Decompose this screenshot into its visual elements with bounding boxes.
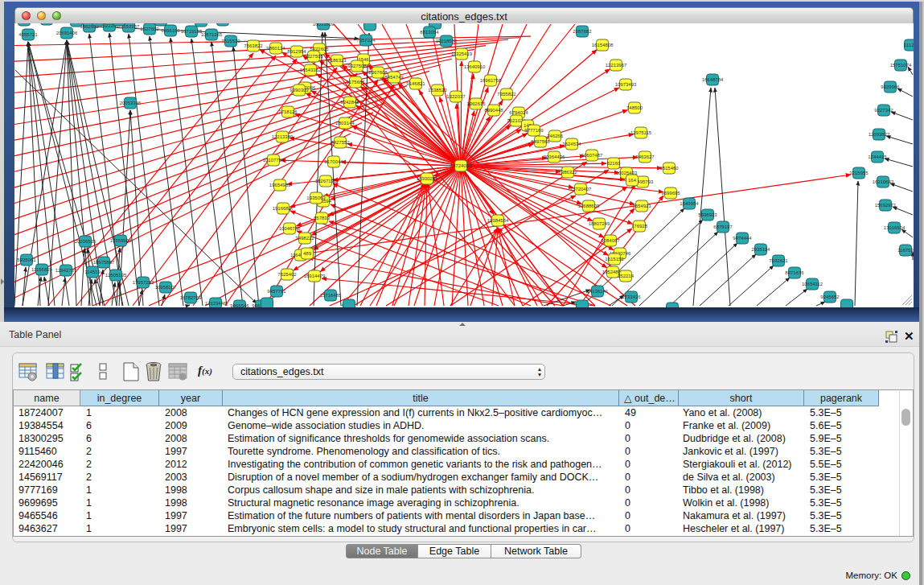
- svg-text:10046788: 10046788: [279, 226, 301, 231]
- svg-text:2087682: 2087682: [573, 29, 592, 34]
- svg-text:9327508: 9327508: [347, 64, 367, 68]
- svg-text:16782759: 16782759: [180, 295, 202, 300]
- svg-text:6794024: 6794024: [509, 110, 528, 115]
- svg-text:12213967: 12213967: [606, 63, 627, 68]
- svg-text:10688609: 10688609: [578, 204, 600, 208]
- svg-text:16033809: 16033809: [313, 23, 335, 27]
- svg-text:489: 489: [303, 251, 312, 256]
- svg-text:6466160: 6466160: [161, 28, 180, 33]
- svg-text:10654112: 10654112: [802, 282, 823, 286]
- svg-text:7355822: 7355822: [497, 92, 516, 97]
- svg-text:3498222: 3498222: [295, 236, 314, 241]
- svg-text:9699695: 9699695: [661, 191, 680, 196]
- svg-text:8813054: 8813054: [420, 30, 439, 35]
- svg-text:19218506: 19218506: [436, 39, 458, 43]
- svg-text:20053346: 20053346: [120, 101, 142, 105]
- svg-text:10607487: 10607487: [581, 153, 603, 158]
- svg-text:114519: 114519: [84, 270, 101, 274]
- svg-text:2935114: 2935114: [752, 247, 771, 252]
- svg-text:9242848: 9242848: [340, 100, 359, 105]
- svg-text:9463627: 9463627: [635, 154, 655, 159]
- svg-text:16961758: 16961758: [480, 78, 502, 83]
- svg-text:7515520: 7515520: [221, 39, 240, 43]
- svg-text:17359934: 17359934: [110, 238, 132, 243]
- svg-text:1640954: 1640954: [680, 201, 699, 206]
- svg-text:18807249: 18807249: [589, 221, 610, 226]
- svg-text:15720407: 15720407: [570, 187, 592, 192]
- svg-text:14136141: 14136141: [587, 289, 609, 294]
- svg-text:9227342: 9227342: [874, 108, 893, 113]
- svg-text:7632621: 7632621: [769, 258, 788, 263]
- svg-text:5935061: 5935061: [17, 257, 36, 262]
- svg-text:9170044: 9170044: [324, 159, 343, 164]
- svg-text:1244415: 1244415: [868, 154, 887, 159]
- svg-text:6879197: 6879197: [713, 225, 733, 229]
- svg-text:18300295: 18300295: [417, 176, 438, 181]
- svg-text:164: 164: [628, 178, 637, 183]
- svg-text:10671355: 10671355: [201, 32, 223, 37]
- svg-text:15692971: 15692971: [875, 203, 897, 208]
- svg-text:19166827: 19166827: [273, 206, 294, 211]
- svg-text:7357224: 7357224: [356, 38, 376, 43]
- svg-text:6497568: 6497568: [531, 139, 550, 144]
- svg-text:62160: 62160: [607, 161, 621, 166]
- svg-text:176928: 176928: [631, 224, 648, 229]
- svg-text:12975115: 12975115: [630, 130, 652, 135]
- svg-text:10958107: 10958107: [155, 285, 177, 290]
- svg-text:20691406: 20691406: [56, 31, 78, 35]
- svg-text:746266: 746266: [547, 134, 564, 138]
- svg-text:9860124: 9860124: [266, 46, 285, 51]
- svg-text:9327505: 9327505: [304, 54, 323, 59]
- svg-text:16543362: 16543362: [300, 68, 322, 72]
- svg-text:15716485: 15716485: [320, 293, 342, 298]
- svg-text:19384554: 19384554: [487, 218, 509, 223]
- svg-text:9515460: 9515460: [659, 166, 679, 171]
- svg-text:1538520: 1538520: [428, 88, 447, 93]
- svg-text:20364436: 20364436: [544, 154, 565, 159]
- svg-text:16914479: 16914479: [304, 274, 326, 278]
- svg-text:11156829: 11156829: [31, 267, 52, 272]
- svg-text:5938923: 5938923: [698, 212, 717, 217]
- svg-text:857833: 857833: [314, 216, 331, 220]
- svg-text:1527602: 1527602: [140, 27, 159, 31]
- svg-text:9777169: 9777169: [524, 128, 544, 133]
- svg-text:16210643: 16210643: [873, 179, 894, 184]
- svg-text:10975887: 10975887: [93, 260, 115, 265]
- svg-text:11123: 11123: [904, 43, 914, 47]
- svg-text:12093822: 12093822: [869, 132, 890, 137]
- svg-text:2803144: 2803144: [335, 121, 355, 126]
- svg-text:3215955: 3215955: [849, 171, 869, 175]
- svg-text:2718126: 2718126: [278, 109, 298, 114]
- svg-text:1322037: 1322037: [446, 94, 466, 99]
- svg-text:16154808: 16154808: [592, 43, 614, 47]
- svg-text:9465546: 9465546: [230, 303, 249, 307]
- svg-text:7663822: 7663822: [244, 43, 263, 48]
- svg-text:8427552: 8427552: [331, 140, 350, 145]
- svg-text:12213389: 12213389: [272, 134, 294, 139]
- svg-text:8186323: 8186323: [327, 58, 347, 63]
- svg-text:3175685: 3175685: [346, 80, 365, 84]
- svg-text:16648784: 16648784: [702, 77, 724, 82]
- svg-text:20206535: 20206535: [75, 239, 97, 244]
- svg-text:19654983: 19654983: [269, 183, 291, 187]
- svg-text:116753: 116753: [897, 248, 914, 253]
- svg-text:13267130: 13267130: [315, 179, 337, 183]
- svg-text:11325419: 11325419: [451, 51, 473, 56]
- svg-text:1654923: 1654923: [632, 204, 651, 208]
- svg-text:18724007: 18724007: [450, 163, 472, 168]
- svg-text:8990448: 8990448: [484, 108, 503, 113]
- svg-text:1935063: 1935063: [306, 196, 326, 200]
- svg-text:1733426: 1733426: [622, 295, 641, 299]
- svg-text:10973493: 10973493: [615, 82, 637, 87]
- svg-text:10719155: 10719155: [181, 29, 203, 34]
- svg-text:8471676: 8471676: [785, 270, 804, 275]
- svg-text:9390303: 9390303: [290, 88, 309, 93]
- svg-text:9146821: 9146821: [406, 81, 425, 86]
- svg-text:1362615: 1362615: [466, 101, 486, 106]
- svg-text:252214: 252214: [618, 274, 634, 278]
- svg-text:9474444: 9474444: [733, 236, 752, 241]
- svg-text:17016504: 17016504: [884, 225, 906, 230]
- svg-text:3624534: 3624534: [562, 142, 581, 146]
- svg-text:12942737: 12942737: [55, 268, 77, 273]
- svg-text:12323446: 12323446: [205, 301, 227, 306]
